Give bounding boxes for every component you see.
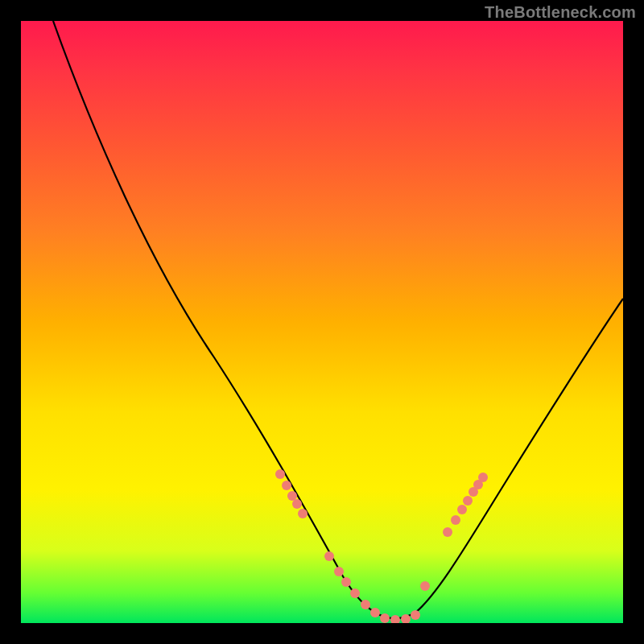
svg-point-22 xyxy=(478,473,488,482)
svg-point-8 xyxy=(350,588,360,598)
svg-point-6 xyxy=(334,567,344,576)
svg-point-10 xyxy=(370,608,380,617)
svg-point-4 xyxy=(298,509,308,518)
svg-point-3 xyxy=(292,499,302,509)
svg-point-11 xyxy=(380,613,390,623)
svg-point-0 xyxy=(275,469,285,479)
svg-point-12 xyxy=(390,615,400,623)
curve-svg xyxy=(21,21,623,623)
svg-point-9 xyxy=(361,600,370,609)
chart-frame: TheBottleneck.com xyxy=(0,0,644,644)
svg-point-19 xyxy=(463,496,473,506)
plot-area xyxy=(21,21,623,623)
svg-point-16 xyxy=(443,527,452,537)
svg-point-14 xyxy=(411,610,420,620)
svg-point-17 xyxy=(451,515,460,525)
svg-point-1 xyxy=(282,481,291,490)
bottleneck-curve xyxy=(53,21,623,618)
svg-point-18 xyxy=(457,505,467,514)
highlight-markers xyxy=(275,469,488,623)
svg-point-7 xyxy=(341,577,351,587)
watermark-text: TheBottleneck.com xyxy=(485,3,636,22)
svg-point-5 xyxy=(324,551,334,561)
svg-point-15 xyxy=(420,581,430,591)
svg-point-2 xyxy=(287,491,297,501)
